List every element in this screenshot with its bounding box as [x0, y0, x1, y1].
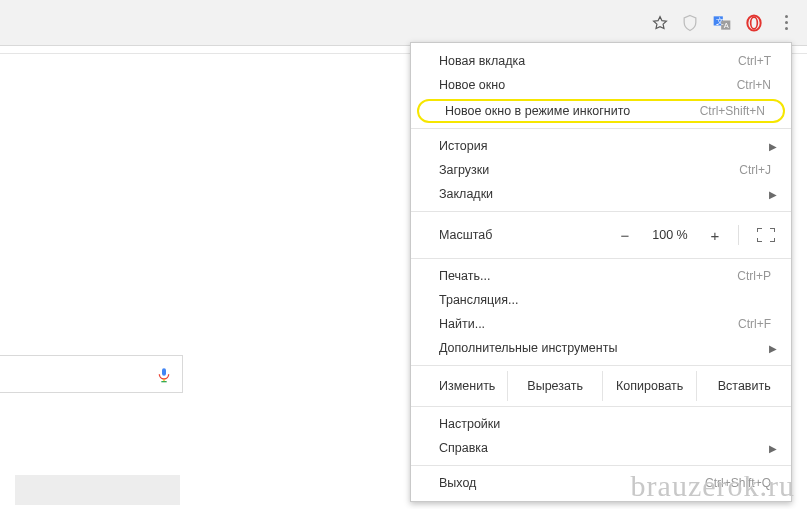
- menu-item-cast[interactable]: Трансляция...: [411, 288, 791, 312]
- bookmark-star-icon[interactable]: [651, 14, 669, 32]
- menu-separator: [411, 128, 791, 129]
- menu-separator: [411, 365, 791, 366]
- menu-label: Новое окно в режиме инкогнито: [445, 104, 630, 118]
- menu-label: Печать...: [439, 269, 490, 283]
- edit-paste-button[interactable]: Вставить: [696, 371, 791, 401]
- chrome-main-menu: Новая вкладка Ctrl+T Новое окно Ctrl+N Н…: [410, 42, 792, 502]
- edit-label: Изменить: [411, 371, 507, 401]
- svg-text:A: A: [724, 21, 729, 30]
- menu-shortcut: Ctrl+Shift+Q: [705, 476, 771, 490]
- submenu-arrow-icon: ▶: [769, 443, 777, 454]
- opera-icon[interactable]: [743, 12, 765, 34]
- menu-label: Найти...: [439, 317, 485, 331]
- thumbnail-placeholder: [15, 475, 180, 505]
- menu-label: Дополнительные инструменты: [439, 341, 617, 355]
- zoom-in-button[interactable]: +: [696, 227, 734, 244]
- shield-icon[interactable]: [679, 12, 701, 34]
- edit-copy-button[interactable]: Копировать: [602, 371, 697, 401]
- menu-item-zoom: Масштаб − 100 % +: [411, 217, 791, 253]
- translate-icon[interactable]: 文A: [711, 12, 733, 34]
- menu-item-exit[interactable]: Выход Ctrl+Shift+Q: [411, 471, 791, 495]
- menu-shortcut: Ctrl+T: [738, 54, 771, 68]
- menu-item-new-tab[interactable]: Новая вкладка Ctrl+T: [411, 49, 791, 73]
- microphone-icon[interactable]: [156, 364, 170, 384]
- browser-toolbar: 文A: [0, 0, 807, 46]
- submenu-arrow-icon: ▶: [769, 343, 777, 354]
- submenu-arrow-icon: ▶: [769, 141, 777, 152]
- divider: [738, 225, 739, 245]
- menu-item-help[interactable]: Справка ▶: [411, 436, 791, 460]
- menu-item-incognito[interactable]: Новое окно в режиме инкогнито Ctrl+Shift…: [417, 99, 785, 123]
- menu-label: История: [439, 139, 487, 153]
- menu-shortcut: Ctrl+F: [738, 317, 771, 331]
- edit-cut-button[interactable]: Вырезать: [507, 371, 602, 401]
- menu-separator: [411, 465, 791, 466]
- menu-label: Выход: [439, 476, 476, 490]
- menu-separator: [411, 406, 791, 407]
- menu-shortcut: Ctrl+Shift+N: [700, 104, 765, 118]
- menu-label: Загрузки: [439, 163, 489, 177]
- menu-button[interactable]: [775, 8, 797, 38]
- svg-rect-6: [162, 368, 166, 375]
- fullscreen-icon[interactable]: [757, 228, 775, 242]
- menu-separator: [411, 211, 791, 212]
- menu-label: Трансляция...: [439, 293, 518, 307]
- menu-label: Справка: [439, 441, 488, 455]
- menu-shortcut: Ctrl+N: [737, 78, 771, 92]
- zoom-out-button[interactable]: −: [606, 227, 644, 244]
- zoom-label: Масштаб: [439, 228, 606, 242]
- menu-item-more-tools[interactable]: Дополнительные инструменты ▶: [411, 336, 791, 360]
- menu-item-new-window[interactable]: Новое окно Ctrl+N: [411, 73, 791, 97]
- menu-item-settings[interactable]: Настройки: [411, 412, 791, 436]
- menu-separator: [411, 258, 791, 259]
- menu-item-find[interactable]: Найти... Ctrl+F: [411, 312, 791, 336]
- menu-shortcut: Ctrl+P: [737, 269, 771, 283]
- menu-label: Новая вкладка: [439, 54, 525, 68]
- zoom-value: 100 %: [644, 228, 696, 242]
- menu-item-edit: Изменить Вырезать Копировать Вставить: [411, 371, 791, 401]
- menu-label: Настройки: [439, 417, 500, 431]
- menu-item-history[interactable]: История ▶: [411, 134, 791, 158]
- menu-label: Новое окно: [439, 78, 505, 92]
- menu-shortcut: Ctrl+J: [739, 163, 771, 177]
- menu-item-print[interactable]: Печать... Ctrl+P: [411, 264, 791, 288]
- menu-item-bookmarks[interactable]: Закладки ▶: [411, 182, 791, 206]
- menu-label: Закладки: [439, 187, 493, 201]
- search-input[interactable]: [0, 355, 183, 393]
- submenu-arrow-icon: ▶: [769, 189, 777, 200]
- menu-item-downloads[interactable]: Загрузки Ctrl+J: [411, 158, 791, 182]
- svg-point-5: [751, 17, 758, 29]
